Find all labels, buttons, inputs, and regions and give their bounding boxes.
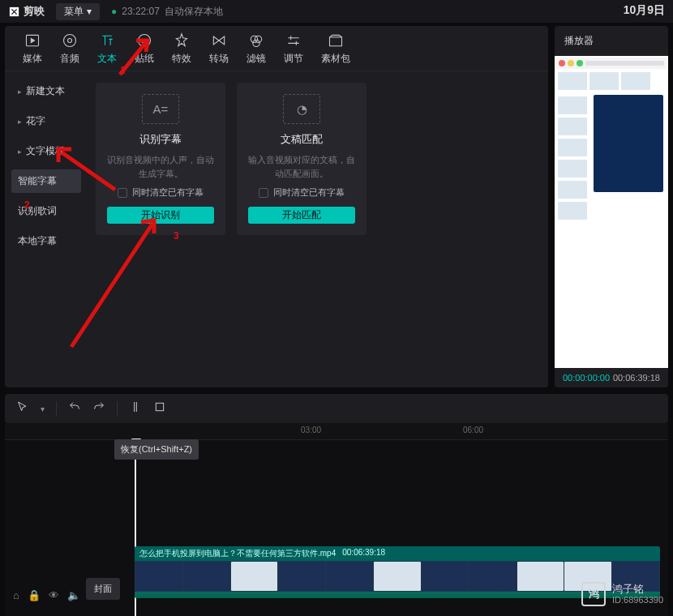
watermark-logo: 鸿 <box>581 582 606 606</box>
pointer-tool[interactable] <box>16 400 29 417</box>
magnet-icon[interactable]: ⌂ <box>13 589 19 601</box>
checkbox-icon <box>118 188 127 198</box>
tracks-area[interactable]: ⌂ 🔒 👁 🔈 封面 怎么把手机投屏到电脑上？不需要任何第三方软件.mp4 00… <box>5 439 668 616</box>
timeline-tools: ▾ <box>5 394 668 423</box>
sidebar-item-new-text[interactable]: 新建文本 <box>11 79 81 103</box>
tab-audio[interactable]: 音频 <box>60 32 79 66</box>
crop-tool[interactable] <box>153 400 166 417</box>
tab-media[interactable]: 媒体 <box>23 32 42 66</box>
chevron-down-icon[interactable]: ▾ <box>41 404 45 413</box>
timeline: 03:00 06:00 恢复(Ctrl+Shift+Z) ⌂ 🔒 👁 🔈 封面 … <box>5 423 668 616</box>
menu-button[interactable]: 菜单 ▾ <box>56 3 100 20</box>
time-ruler[interactable]: 03:00 06:00 <box>5 423 668 439</box>
ruler-mark: 06:00 <box>463 426 483 434</box>
start-recognize-button[interactable]: 开始识别 <box>107 207 214 224</box>
svg-rect-7 <box>156 403 163 410</box>
card-icon: A= <box>142 94 179 124</box>
eye-icon[interactable]: 👁 <box>49 589 59 601</box>
svg-point-1 <box>64 35 76 47</box>
autosave-status: ● 23:22:07 自动保存本地 <box>111 5 223 19</box>
category-tabs: 媒体 音频 文本 贴纸 特效 转场 滤镜 调节 素材包 <box>5 26 548 71</box>
watermark-name: 鸿子铭 <box>612 583 663 596</box>
chevron-down-icon: ▾ <box>87 6 92 17</box>
tab-effects[interactable]: 特效 <box>172 32 191 66</box>
watermark: 鸿 鸿子铭 ID:68963390 <box>581 582 663 606</box>
lock-icon[interactable]: 🔒 <box>28 589 41 601</box>
save-msg: 自动保存本地 <box>165 5 223 19</box>
save-time: 23:22:07 <box>122 6 160 17</box>
card-icon: ◔ <box>283 94 320 124</box>
undo-button[interactable] <box>68 400 81 417</box>
annotation-num-2: 2 <box>24 199 30 211</box>
start-match-button[interactable]: 开始匹配 <box>248 207 355 224</box>
clip-duration: 00:06:39:18 <box>342 548 385 559</box>
sidebar-item-smart-subs[interactable]: 智能字幕 <box>11 169 81 193</box>
tab-stickers[interactable]: 贴纸 <box>135 32 154 66</box>
total-time: 00:06:39:18 <box>613 373 660 383</box>
card-desc: 输入音视频对应的文稿，自动匹配画面。 <box>248 153 355 180</box>
svg-point-6 <box>253 40 259 46</box>
library-panel: 媒体 音频 文本 贴纸 特效 转场 滤镜 调节 素材包 新建文本 花字 文字模板… <box>5 26 548 387</box>
app-logo: 剪映 <box>8 4 45 19</box>
cover-button[interactable]: 封面 <box>86 578 120 600</box>
sidebar-item-lyrics[interactable]: 识别歌词 <box>11 199 81 223</box>
tab-assets[interactable]: 素材包 <box>321 32 350 66</box>
svg-point-4 <box>251 36 257 42</box>
annotation-num-3: 3 <box>174 230 179 242</box>
cloud-icon: ● <box>111 6 117 17</box>
svg-point-2 <box>68 39 72 43</box>
redo-button[interactable] <box>92 400 105 417</box>
redo-tooltip: 恢复(Ctrl+Shift+Z) <box>114 439 199 460</box>
card-checkbox[interactable]: 同时清空已有字幕 <box>259 186 345 199</box>
card-script-match: ◔ 文稿匹配 输入音视频对应的文稿，自动匹配画面。 同时清空已有字幕 开始匹配 <box>237 83 367 235</box>
svg-point-5 <box>255 36 261 42</box>
card-title: 识别字幕 <box>139 132 182 147</box>
track-controls: ⌂ 🔒 👁 🔈 封面 <box>5 440 126 616</box>
tab-text[interactable]: 文本 <box>97 32 117 66</box>
sidebar-item-templates[interactable]: 文字模板 <box>11 139 81 163</box>
player-title: 播放器 <box>555 26 668 56</box>
playhead-time: 00:00:00:00 <box>563 373 610 383</box>
player-viewport[interactable] <box>555 56 668 368</box>
app-name: 剪映 <box>24 4 45 19</box>
text-sidebar: 新建文本 花字 文字模板 智能字幕 识别歌词 本地字幕 <box>5 71 88 387</box>
mute-icon[interactable]: 🔈 <box>67 589 80 601</box>
svg-point-3 <box>139 35 151 47</box>
split-tool[interactable] <box>129 400 142 417</box>
tab-transitions[interactable]: 转场 <box>209 32 229 66</box>
current-date: 10月9日 <box>624 3 665 18</box>
card-recognize-subs: A= 识别字幕 识别音视频中的人声，自动生成字幕。 同时清空已有字幕 开始识别 <box>96 83 225 235</box>
sidebar-item-local-subs[interactable]: 本地字幕 <box>11 229 81 253</box>
ruler-mark: 03:00 <box>301 426 321 434</box>
checkbox-icon <box>259 188 268 198</box>
clip-name: 怎么把手机投屏到电脑上？不需要任何第三方软件.mp4 <box>139 548 336 559</box>
card-checkbox[interactable]: 同时清空已有字幕 <box>118 186 204 199</box>
tab-adjust[interactable]: 调节 <box>284 32 303 66</box>
menu-label: 菜单 <box>64 5 84 19</box>
sidebar-item-fancy[interactable]: 花字 <box>11 109 81 133</box>
card-title: 文稿匹配 <box>281 132 323 147</box>
watermark-id: ID:68963390 <box>612 595 663 605</box>
card-desc: 识别音视频中的人声，自动生成字幕。 <box>107 153 214 180</box>
player-panel: 播放器 00:00:00:00 00:06:39:18 <box>555 26 668 387</box>
tab-filters[interactable]: 滤镜 <box>246 32 266 66</box>
annotation-num-1: 1 <box>120 65 126 76</box>
